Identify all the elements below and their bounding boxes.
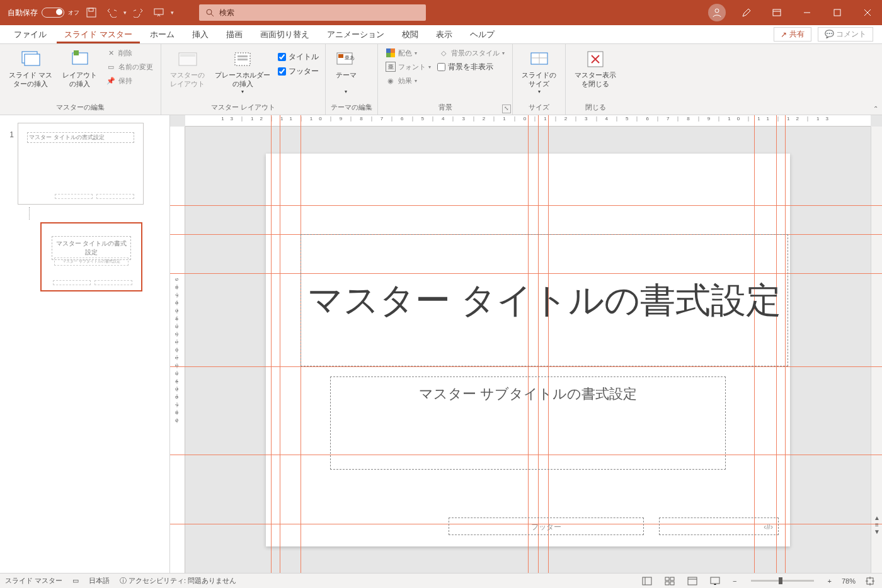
tab-insert[interactable]: 挿入 <box>185 25 216 43</box>
svg-rect-8 <box>25 54 40 65</box>
hide-bg-checkbox[interactable]: 背景を非表示 <box>436 60 507 74</box>
minimize-icon <box>803 9 811 16</box>
tab-file[interactable]: ファイル <box>6 25 54 43</box>
fonts-icon: 亜 <box>386 62 396 72</box>
svg-point-4 <box>715 9 719 13</box>
group-background: 配色 ▾ 亜フォント ▾ ◉効果 ▾ ◇背景のスタイル ▾ 背景を非表示 背景 … <box>378 44 513 115</box>
placeholder-icon <box>232 49 253 69</box>
autosave-toggle[interactable]: 自動保存 オフ <box>8 8 79 18</box>
group-label: サイズ <box>518 101 560 115</box>
tab-view[interactable]: 表示 <box>428 25 460 43</box>
share-icon: ↗ <box>781 30 787 39</box>
account-button[interactable] <box>708 4 726 21</box>
insert-slide-master-button[interactable]: スライド マス ターの挿入 <box>5 47 56 91</box>
ribbon-mode-icon <box>772 8 782 18</box>
close-window-button[interactable] <box>853 0 882 25</box>
preserve-icon: 📌 <box>106 76 116 86</box>
group-edit-theme: 亜あ テーマ▾ テーマの編集 <box>326 44 378 115</box>
undo-icon <box>106 8 117 18</box>
redo-icon <box>134 8 144 18</box>
group-size: スライドの サイズ▾ サイズ <box>513 44 566 115</box>
group-label: テーマの編集 <box>331 101 372 115</box>
svg-rect-10 <box>74 50 79 55</box>
save-button[interactable] <box>83 4 100 21</box>
close-icon <box>864 9 871 16</box>
bg-dialog-launcher[interactable]: ⤡ <box>502 105 511 113</box>
master-layout-icon <box>178 49 198 69</box>
delete-icon: ✕ <box>106 48 116 58</box>
svg-rect-12 <box>180 54 195 57</box>
layout-icon <box>70 49 90 69</box>
tab-transitions[interactable]: 画面切り替え <box>253 25 317 43</box>
master-layout-button: マスターの レイアウト <box>166 47 209 91</box>
close-master-icon <box>585 49 605 69</box>
tab-home[interactable]: ホーム <box>142 25 182 43</box>
search-box[interactable]: 検索 <box>199 4 426 21</box>
svg-rect-17 <box>338 54 343 58</box>
svg-text:亜あ: 亜あ <box>345 55 355 60</box>
tab-slide-master[interactable]: スライド マスター <box>57 25 140 43</box>
redo-button[interactable] <box>130 4 147 21</box>
group-label: 閉じる <box>571 101 620 115</box>
effects-icon: ◉ <box>386 76 396 86</box>
themes-icon: 亜あ <box>336 49 356 69</box>
group-master-layout: マスターの レイアウト プレースホルダー の挿入▾ タイトル フッター マスター… <box>161 44 326 115</box>
collapse-ribbon-button[interactable]: ⌃ <box>873 105 878 112</box>
group-close: マスター表示 を閉じる 閉じる <box>566 44 625 115</box>
toggle-pill-icon <box>42 8 64 18</box>
save-icon <box>86 8 96 18</box>
themes-button[interactable]: 亜あ テーマ▾ <box>331 47 361 98</box>
svg-rect-0 <box>87 8 96 17</box>
bg-styles-icon: ◇ <box>438 48 449 58</box>
svg-point-3 <box>207 9 212 14</box>
tab-draw[interactable]: 描画 <box>219 25 250 43</box>
ribbon-mode-button[interactable] <box>762 0 791 25</box>
ink-button[interactable] <box>732 0 761 25</box>
close-master-button[interactable]: マスター表示 を閉じる <box>571 47 620 91</box>
svg-rect-5 <box>773 9 781 16</box>
undo-button[interactable] <box>103 4 120 21</box>
rename-button[interactable]: ▭名前の変更 <box>103 60 156 73</box>
fonts-button[interactable]: 亜フォント ▾ <box>383 60 433 73</box>
title-checkbox[interactable]: タイトル <box>277 50 320 64</box>
title-bar: 自動保存 オフ ▾ ▾ 検索 <box>0 0 882 25</box>
colors-button[interactable]: 配色 ▾ <box>383 47 433 59</box>
maximize-button[interactable] <box>823 0 852 25</box>
tab-help[interactable]: ヘルプ <box>462 25 502 43</box>
insert-layout-button[interactable]: レイアウト の挿入 <box>59 47 101 91</box>
svg-rect-15 <box>238 59 248 60</box>
slide-master-icon <box>21 49 41 69</box>
share-button[interactable]: ↗共有 <box>774 27 811 42</box>
svg-rect-1 <box>89 8 93 11</box>
footer-checkbox[interactable]: フッター <box>277 65 320 78</box>
tab-animations[interactable]: アニメーション <box>319 25 392 43</box>
bg-styles-button[interactable]: ◇背景のスタイル ▾ <box>436 47 507 59</box>
ribbon-tabs: ファイル スライド マスター ホーム 挿入 描画 画面切り替え アニメーション … <box>0 25 882 44</box>
slide-size-button[interactable]: スライドの サイズ▾ <box>518 47 560 98</box>
comment-button[interactable]: 💬 コメント <box>818 27 873 42</box>
group-label: 背景 <box>383 101 507 115</box>
search-icon <box>205 8 214 17</box>
autosave-state: オフ <box>68 9 79 17</box>
delete-button: ✕削除 <box>103 47 156 59</box>
user-icon <box>712 8 722 18</box>
qat-more-icon[interactable]: ▾ <box>171 9 174 16</box>
preserve-button: 📌保持 <box>103 74 156 87</box>
tab-review[interactable]: 校閲 <box>394 25 426 43</box>
maximize-icon <box>833 9 841 16</box>
svg-rect-14 <box>238 55 248 57</box>
comment-icon: 💬 <box>825 30 834 38</box>
effects-button[interactable]: ◉効果 ▾ <box>383 74 433 87</box>
minimize-button[interactable] <box>793 0 822 25</box>
insert-placeholder-button[interactable]: プレースホルダー の挿入▾ <box>211 47 274 98</box>
slideshow-button[interactable] <box>151 4 167 21</box>
ribbon: スライド マス ターの挿入 レイアウト の挿入 ✕削除 ▭名前の変更 📌保持 マ… <box>0 44 882 115</box>
svg-rect-20 <box>391 48 395 53</box>
svg-rect-19 <box>386 48 391 53</box>
undo-dropdown-icon[interactable]: ▾ <box>123 9 127 16</box>
present-icon <box>154 8 164 18</box>
colors-icon <box>386 48 396 58</box>
svg-rect-2 <box>154 9 163 14</box>
group-label: マスター レイアウト <box>166 101 320 115</box>
search-placeholder: 検索 <box>219 8 234 18</box>
